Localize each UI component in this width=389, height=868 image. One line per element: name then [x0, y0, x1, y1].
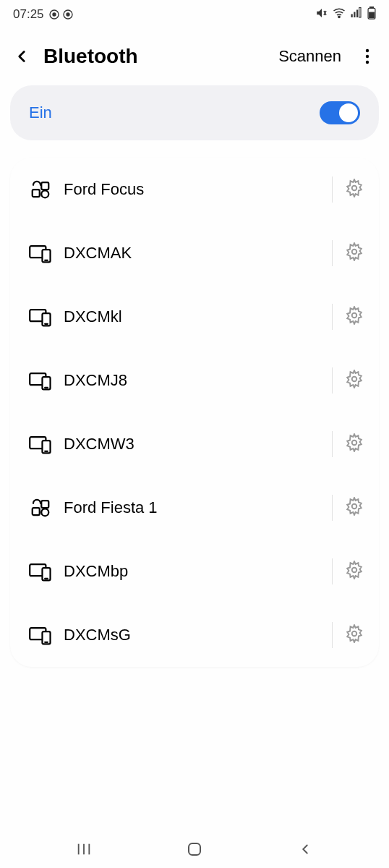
more-vertical-icon [365, 48, 369, 65]
device-row[interactable]: Ford Fiesta 1 [10, 476, 379, 540]
devices-icon [23, 433, 58, 456]
device-name-label: DXCMbp [64, 562, 322, 581]
more-options-button[interactable] [351, 41, 383, 72]
nav-back-button[interactable] [276, 835, 334, 864]
divider [332, 495, 333, 521]
toggle-knob [339, 103, 358, 122]
devices-icon [23, 560, 58, 583]
gear-icon [345, 624, 364, 646]
bluetooth-toggle-switch[interactable] [320, 101, 360, 124]
page-header: Bluetooth Scannen [0, 29, 389, 85]
svg-rect-52 [189, 843, 200, 855]
svg-point-14 [366, 49, 369, 52]
device-settings-button[interactable] [343, 433, 366, 456]
device-row[interactable]: DXCMsG [10, 603, 379, 667]
svg-rect-13 [369, 12, 375, 17]
device-settings-button[interactable] [343, 624, 366, 647]
device-name-label: Ford Focus [64, 180, 322, 199]
home-icon [186, 841, 203, 858]
svg-rect-17 [33, 190, 40, 197]
device-settings-button[interactable] [343, 178, 366, 201]
divider [332, 622, 333, 648]
recents-icon [76, 841, 92, 857]
nav-recents-button[interactable] [55, 835, 113, 864]
svg-rect-12 [370, 7, 374, 8]
devices-icon [23, 624, 58, 647]
alarm-icons [48, 9, 74, 20]
device-settings-button[interactable] [343, 369, 366, 392]
devices-icon [23, 242, 58, 265]
signal-icon [350, 7, 363, 23]
device-settings-button[interactable] [343, 496, 366, 519]
divider [332, 304, 333, 330]
paired-devices-list: Ford FocusDXCMAKDXCMklDXCMJ8DXCMW3Ford F… [10, 158, 379, 667]
svg-point-40 [352, 504, 357, 509]
svg-point-15 [366, 55, 369, 58]
nav-home-button[interactable] [166, 835, 223, 864]
svg-point-32 [352, 377, 357, 382]
svg-rect-8 [354, 12, 355, 17]
device-name-label: DXCMsG [64, 626, 322, 644]
svg-point-1 [53, 13, 56, 16]
devices-icon [23, 305, 58, 328]
svg-point-28 [352, 313, 357, 318]
device-name-label: DXCMkl [64, 307, 322, 326]
svg-rect-9 [356, 9, 358, 17]
divider [332, 176, 333, 203]
device-row[interactable]: DXCMW3 [10, 412, 379, 476]
carkit-icon [23, 497, 58, 519]
device-name-label: Ford Fiesta 1 [64, 498, 322, 517]
divider [332, 240, 333, 266]
back-icon [297, 841, 313, 857]
svg-point-36 [352, 441, 357, 446]
wifi-icon [333, 7, 346, 23]
svg-rect-38 [41, 501, 48, 508]
svg-point-6 [338, 16, 340, 17]
svg-point-39 [41, 509, 48, 516]
carkit-icon [23, 179, 58, 200]
back-button[interactable] [6, 41, 38, 72]
device-row[interactable]: DXCMbp [10, 540, 379, 603]
device-row[interactable]: DXCMJ8 [10, 349, 379, 412]
page-title: Bluetooth [43, 45, 268, 68]
scan-button[interactable]: Scannen [274, 41, 346, 72]
svg-point-44 [352, 568, 357, 573]
device-name-label: DXCMW3 [64, 435, 322, 454]
device-name-label: DXCMJ8 [64, 371, 322, 390]
device-settings-button[interactable] [343, 560, 366, 583]
svg-point-48 [352, 631, 357, 637]
mute-icon [315, 7, 328, 23]
device-settings-button[interactable] [343, 305, 366, 328]
status-bar: 07:25 [0, 0, 389, 29]
svg-rect-37 [33, 508, 40, 515]
svg-rect-18 [41, 182, 48, 190]
svg-point-16 [366, 61, 369, 64]
gear-icon [345, 306, 364, 328]
devices-icon [23, 369, 58, 392]
device-row[interactable]: DXCMAK [10, 221, 379, 285]
svg-point-3 [67, 13, 69, 16]
gear-icon [345, 370, 364, 391]
gear-icon [345, 242, 364, 264]
toggle-state-label: Ein [29, 103, 52, 122]
device-name-label: DXCMAK [64, 244, 322, 263]
svg-point-19 [41, 190, 48, 197]
chevron-left-icon [12, 47, 31, 66]
gear-icon [345, 497, 364, 519]
divider [332, 558, 333, 584]
bluetooth-toggle-card: Ein [10, 85, 379, 140]
divider [332, 431, 333, 457]
device-row[interactable]: Ford Focus [10, 158, 379, 221]
battery-icon [367, 7, 376, 23]
gear-icon [345, 561, 364, 582]
svg-rect-7 [351, 14, 353, 17]
divider [332, 367, 333, 393]
svg-rect-10 [359, 7, 361, 17]
svg-point-24 [352, 250, 357, 255]
device-settings-button[interactable] [343, 242, 366, 265]
device-row[interactable]: DXCMkl [10, 285, 379, 349]
navigation-bar [0, 830, 389, 868]
svg-point-20 [352, 186, 357, 191]
gear-icon [345, 433, 364, 455]
status-time: 07:25 [13, 7, 44, 22]
